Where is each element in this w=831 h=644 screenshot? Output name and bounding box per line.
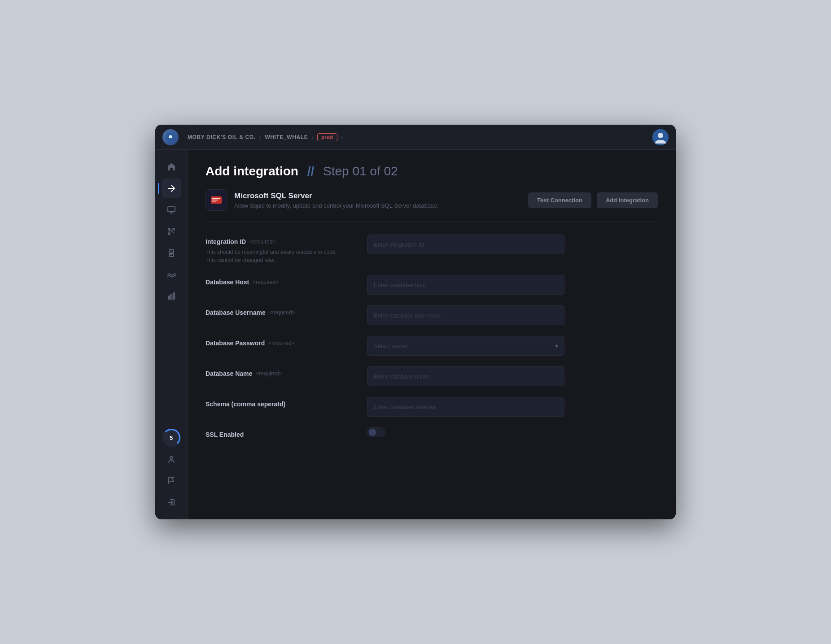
sidebar-item-person[interactable]	[162, 449, 181, 469]
user-avatar[interactable]	[652, 129, 669, 145]
form-label-col-database-name: Database Name <required>	[206, 366, 349, 380]
app-window: MOBY DICK'S OIL & CO. › WHITE_WHALE › pr…	[155, 125, 676, 519]
svg-rect-11	[173, 293, 175, 299]
form-input-col-database-password: Select secret	[367, 336, 658, 356]
form-row-database-name: Database Name <required>	[206, 366, 658, 386]
svg-point-12	[170, 457, 173, 459]
required-marker: <required>	[268, 340, 294, 346]
add-integration-button[interactable]: Add Integration	[597, 192, 658, 208]
breadcrumb-company: MOBY DICK'S OIL & CO.	[188, 134, 256, 140]
step-indicator: Step 01 of 02	[323, 164, 398, 178]
svg-rect-16	[212, 200, 218, 200]
form-label-col-database-password: Database Password <required>	[206, 336, 349, 349]
sidebar-item-integrations[interactable]	[162, 178, 181, 198]
field-label-database-name: Database Name <required>	[206, 370, 349, 377]
svg-rect-15	[212, 198, 220, 199]
form-row-schema: Schema (comma seperatd)	[206, 397, 658, 417]
main-layout: 5 Add integration // Step 01 of 02	[155, 150, 676, 519]
env-badge[interactable]: prod	[317, 133, 337, 141]
form-input-col-database-name	[367, 366, 658, 386]
form-row-ssl: SSL Enabled	[206, 427, 658, 441]
sidebar-item-branch[interactable]	[162, 222, 181, 241]
integration-icon	[206, 189, 227, 211]
breadcrumb: MOBY DICK'S OIL & CO. › WHITE_WHALE › pr…	[188, 133, 652, 141]
required-marker: <required>	[253, 279, 279, 285]
title-separator: //	[307, 164, 315, 178]
breadcrumb-sep-3: ›	[341, 134, 343, 141]
form-input-col-ssl	[367, 427, 658, 437]
sidebar-item-monitor[interactable]	[162, 200, 181, 220]
page-title: Add integration // Step 01 of 02	[206, 164, 658, 178]
sidebar-item-clipboard[interactable]	[162, 243, 181, 263]
label-text: Schema (comma seperatd)	[206, 400, 285, 408]
form-label-col-database-username: Database Username <required>	[206, 305, 349, 319]
topbar: MOBY DICK'S OIL & CO. › WHITE_WHALE › pr…	[155, 125, 676, 150]
field-hint: This should be meaningful and easily rea…	[206, 248, 349, 264]
page-title-text: Add integration	[206, 164, 298, 178]
field-label-database-host: Database Host <required>	[206, 278, 349, 286]
sidebar-item-logout[interactable]	[162, 492, 181, 512]
database-host-input[interactable]	[367, 275, 564, 295]
svg-rect-4	[168, 207, 175, 212]
form-label-col-integration-id: Integration ID <required> This should be…	[206, 235, 349, 264]
svg-point-7	[173, 228, 175, 230]
form-label-col-schema: Schema (comma seperatd)	[206, 397, 349, 410]
label-text: Database Host	[206, 278, 249, 286]
sidebar: 5	[155, 150, 188, 519]
breadcrumb-sep-2: ›	[311, 134, 314, 141]
svg-point-1	[169, 135, 172, 138]
form-input-col-database-username	[367, 305, 658, 325]
content-area: Add integration // Step 01 of 02 Micro	[188, 150, 676, 519]
integration-description: Allow Squid to modify, update and contro…	[234, 202, 528, 209]
ssl-toggle[interactable]	[367, 427, 385, 437]
required-marker: <required>	[256, 370, 282, 377]
schema-input[interactable]	[367, 397, 564, 417]
sidebar-item-flag[interactable]	[162, 471, 181, 491]
sidebar-item-waves[interactable]	[162, 265, 181, 284]
sidebar-item-home[interactable]	[162, 157, 181, 177]
integration-info: Microsoft SQL Server Allow Squid to modi…	[234, 191, 528, 209]
field-label-database-username: Database Username <required>	[206, 309, 349, 316]
label-text: Database Name	[206, 370, 252, 377]
form-label-col-ssl: SSL Enabled	[206, 427, 349, 441]
form-row-integration-id: Integration ID <required> This should be…	[206, 235, 658, 264]
svg-rect-10	[171, 294, 172, 299]
database-password-select[interactable]: Select secret	[367, 336, 564, 356]
integration-actions: Test Connection Add Integration	[528, 192, 658, 208]
label-text: Database Password	[206, 339, 265, 347]
database-name-input[interactable]	[367, 366, 564, 386]
breadcrumb-sep-1: ›	[259, 134, 262, 141]
sidebar-item-chart[interactable]	[162, 286, 181, 306]
field-label-schema: Schema (comma seperatd)	[206, 400, 349, 408]
password-select-wrapper: Select secret	[367, 336, 564, 356]
app-logo	[162, 129, 179, 145]
breadcrumb-project: WHITE_WHALE	[265, 134, 308, 140]
section-divider	[206, 222, 658, 222]
form-row-database-username: Database Username <required>	[206, 305, 658, 325]
svg-point-3	[658, 133, 663, 138]
ssl-toggle-container	[367, 427, 658, 437]
required-marker: <required>	[249, 239, 276, 245]
notification-badge[interactable]: 5	[162, 428, 181, 448]
toggle-knob	[369, 429, 376, 436]
label-text: Integration ID	[206, 238, 246, 245]
form-row-database-host: Database Host <required>	[206, 275, 658, 295]
form-input-col-schema	[367, 397, 658, 417]
integration-header: Microsoft SQL Server Allow Squid to modi…	[206, 189, 658, 211]
label-text: SSL Enabled	[206, 431, 244, 438]
label-text: Database Username	[206, 309, 266, 316]
svg-rect-9	[168, 296, 170, 299]
svg-rect-17	[212, 201, 216, 202]
form-label-col-database-host: Database Host <required>	[206, 275, 349, 288]
integration-id-input[interactable]	[367, 235, 564, 254]
field-label-database-password: Database Password <required>	[206, 339, 349, 347]
form-row-database-password: Database Password <required> Select secr…	[206, 336, 658, 356]
database-username-input[interactable]	[367, 305, 564, 325]
form-input-col-integration-id	[367, 235, 658, 254]
field-label-integration-id: Integration ID <required>	[206, 238, 349, 245]
required-marker: <required>	[269, 309, 295, 316]
notification-count: 5	[170, 435, 173, 441]
field-label-ssl: SSL Enabled	[206, 431, 349, 438]
form-input-col-database-host	[367, 275, 658, 295]
test-connection-button[interactable]: Test Connection	[528, 192, 591, 208]
